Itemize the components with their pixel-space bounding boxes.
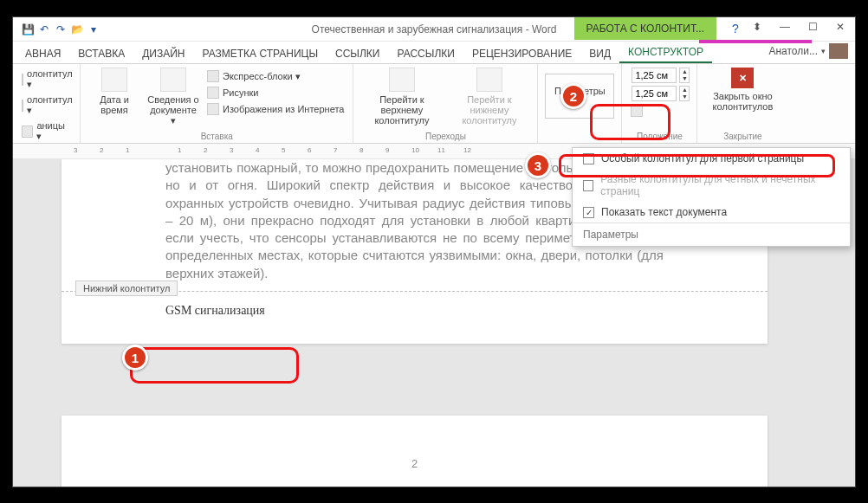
- option-odd-even[interactable]: Разные колонтитулы для четных и нечетных…: [573, 169, 850, 202]
- redo-icon[interactable]: ↷: [53, 22, 68, 37]
- option-first-page[interactable]: Особый колонтитул для первой страницы: [573, 148, 850, 169]
- title-bar: 💾 ↶ ↷ 📂 ▾ Отечественная и зарубежная сиг…: [13, 17, 855, 42]
- document-info-button[interactable]: Сведения о документе ▾: [146, 68, 200, 126]
- page-number-button[interactable]: аницы ▾: [20, 119, 73, 143]
- page-2[interactable]: 2: [62, 416, 768, 487]
- footer-button[interactable]: олонтитул ▾: [20, 94, 73, 117]
- ribbon: олонтитул ▾ олонтитул ▾ аницы ▾ тулы Дат…: [13, 64, 855, 144]
- avatar: [829, 43, 848, 59]
- insert-tab-button[interactable]: [629, 104, 690, 118]
- goto-header-icon: [389, 68, 415, 92]
- group-label: Переходы: [360, 132, 530, 143]
- checkbox-icon[interactable]: [583, 180, 593, 191]
- tab-references[interactable]: ССЫЛКИ: [327, 44, 388, 63]
- picture-icon: [207, 87, 219, 99]
- quick-access-toolbar: 💾 ↶ ↷ 📂 ▾: [13, 22, 101, 37]
- user-account[interactable]: Анатоли... ▾: [768, 43, 848, 59]
- tab-icon: [631, 105, 643, 117]
- annotation-badge-1: 1: [122, 345, 148, 371]
- goto-header-button[interactable]: Перейти к верхнему колонтитулу: [360, 68, 443, 126]
- group-label: Вставка: [87, 132, 346, 143]
- blocks-icon: [207, 70, 219, 82]
- tab-insert[interactable]: ВСТАВКА: [69, 44, 133, 63]
- group-label: Закрытие: [704, 132, 781, 143]
- page-number-icon: [22, 126, 33, 138]
- footer-text[interactable]: GSM сигнализация: [165, 304, 664, 318]
- footer-label: Нижний колонтитул: [75, 281, 178, 296]
- close-window-icon[interactable]: ✕: [829, 17, 852, 36]
- checkbox-icon[interactable]: [583, 153, 594, 164]
- close-header-footer-button[interactable]: ✕ Закрыть окно колонтитулов: [704, 68, 781, 112]
- save-icon[interactable]: 💾: [20, 22, 36, 37]
- calendar-icon: [101, 68, 127, 92]
- help-icon[interactable]: ?: [725, 17, 746, 40]
- quick-parts-button[interactable]: Экспресс-блоки ▾: [205, 69, 346, 83]
- group-label: Положение: [629, 132, 690, 143]
- close-icon: ✕: [731, 68, 754, 88]
- annotation-badge-2: 2: [560, 83, 586, 109]
- footer-from-bottom[interactable]: ▲▼: [629, 86, 690, 101]
- ribbon-tabs: АВНАЯ ВСТАВКА ДИЗАЙН РАЗМЕТКА СТРАНИЦЫ С…: [13, 42, 855, 64]
- goto-footer-icon: [476, 68, 502, 92]
- tab-review[interactable]: РЕЦЕНЗИРОВАНИЕ: [463, 44, 580, 63]
- minimize-icon[interactable]: —: [774, 17, 796, 36]
- document-info-icon: [160, 68, 186, 92]
- user-name: Анатоли...: [768, 45, 818, 57]
- tab-mailings[interactable]: РАССЫЛКИ: [388, 44, 463, 63]
- header-icon: [22, 74, 23, 86]
- ribbon-options-icon[interactable]: ⬍: [746, 17, 768, 36]
- open-icon[interactable]: 📂: [69, 22, 85, 37]
- pictures-button[interactable]: Рисунки: [205, 86, 346, 100]
- online-pictures-button[interactable]: Изображения из Интернета: [205, 102, 346, 116]
- checkbox-checked-icon[interactable]: ✓: [583, 207, 594, 218]
- goto-footer-button: Перейти к нижнему колонтитулу: [448, 68, 530, 126]
- tab-layout[interactable]: РАЗМЕТКА СТРАНИЦЫ: [193, 44, 327, 63]
- globe-icon: [207, 103, 219, 115]
- options-popup: Особый колонтитул для первой страницы Ра…: [572, 147, 851, 247]
- maximize-icon[interactable]: ☐: [801, 17, 824, 36]
- undo-icon[interactable]: ↶: [36, 22, 52, 37]
- qat-dropdown-icon[interactable]: ▾: [86, 22, 101, 37]
- header-button[interactable]: олонтитул ▾: [20, 68, 73, 91]
- annotation-badge-3: 3: [525, 152, 551, 178]
- date-time-button[interactable]: Дата и время: [87, 68, 141, 126]
- popup-footer: Параметры: [573, 222, 850, 246]
- tab-design-tools[interactable]: КОНСТРУКТОР: [619, 42, 712, 63]
- header-from-top[interactable]: ▲▼: [629, 68, 690, 83]
- footer-icon: [22, 100, 23, 112]
- option-show-document[interactable]: ✓Показать текст документа: [573, 202, 850, 222]
- context-tab-header: РАБОТА С КОЛОНТИТ...: [574, 17, 716, 40]
- tab-home[interactable]: АВНАЯ: [16, 44, 69, 63]
- page-number: 2: [411, 457, 418, 470]
- tab-design[interactable]: ДИЗАЙН: [133, 44, 193, 63]
- tab-view[interactable]: ВИД: [580, 44, 619, 63]
- footer-area[interactable]: Нижний колонтитул GSM сигнализация: [62, 291, 768, 344]
